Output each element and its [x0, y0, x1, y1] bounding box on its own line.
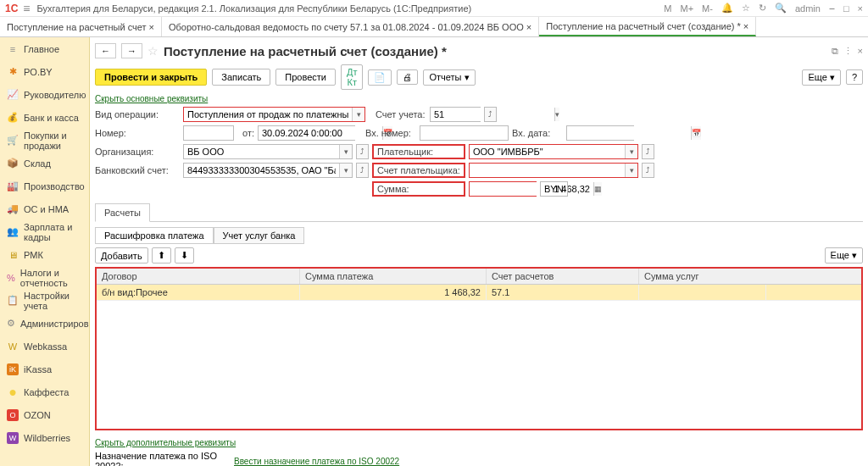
sidebar-item-webkassa[interactable]: WWebkassa	[0, 335, 89, 358]
open-ref-icon[interactable]: ⤴	[642, 144, 654, 159]
menu-icon[interactable]: ≡	[23, 2, 30, 15]
col-contract[interactable]: Договор	[97, 269, 300, 284]
memory-mplus-icon[interactable]: M+	[681, 3, 694, 14]
dropdown-icon[interactable]: ▾	[339, 145, 352, 158]
sidebar-item-production[interactable]: 🏭Производство	[0, 175, 89, 197]
back-button[interactable]: ←	[95, 43, 116, 58]
open-ref-icon[interactable]: ⤴	[484, 107, 497, 122]
currency-label: BYN	[540, 181, 568, 197]
bell-icon[interactable]: 🔔	[721, 3, 733, 14]
tab-turnover-report[interactable]: Оборотно-сальдовая ведомость по счету 57…	[162, 17, 539, 36]
main-toolbar: Провести и закрыть Записать Провести ДтК…	[95, 64, 863, 90]
sidebar-item-poby[interactable]: ✱PO.BY	[0, 60, 89, 83]
post-and-close-button[interactable]: Провести и закрыть	[95, 69, 207, 86]
dropdown-icon[interactable]: ▾	[625, 164, 637, 177]
move-up-button[interactable]: ⬆	[152, 247, 171, 264]
col-sum[interactable]: Сумма платежа	[300, 269, 487, 284]
op-type-field[interactable]: ▾	[183, 107, 365, 122]
sidebar-item-bank[interactable]: 💰Банк и касса	[0, 106, 89, 129]
forward-button[interactable]: →	[121, 43, 142, 58]
document-tabs: Поступление на расчетный счет × Оборотно…	[0, 17, 868, 37]
history-icon[interactable]: ↻	[759, 3, 766, 14]
more-button[interactable]: Еще ▾	[802, 69, 840, 86]
star-icon[interactable]: ☆	[742, 3, 750, 14]
sidebar-item-settings[interactable]: 📋Настройки учета	[0, 289, 89, 312]
memory-m-icon[interactable]: M	[664, 3, 671, 14]
tab-calculations[interactable]: Расчеты	[95, 203, 150, 222]
open-ref-icon[interactable]: ⤴	[356, 163, 369, 178]
payment-grid: Договор Сумма платежа Счет расчетов Сумм…	[95, 267, 863, 430]
window-max-icon[interactable]: □	[843, 3, 849, 14]
add-row-button[interactable]: Добавить	[95, 247, 148, 264]
sidebar-item-tax[interactable]: %Налоги и отчетность	[0, 266, 89, 289]
payer-field[interactable]: ▾	[469, 144, 638, 159]
search-icon[interactable]: 🔍	[775, 3, 787, 14]
number-field[interactable]	[183, 125, 234, 141]
in-number-field[interactable]	[420, 125, 509, 141]
sidebar-item-wildberries[interactable]: WWildberries	[0, 426, 89, 449]
sidebar-item-assets[interactable]: 🚚ОС и НМА	[0, 197, 89, 220]
titlebar: 1C ≡ Бухгалтерия для Беларуси, редакция …	[0, 0, 868, 17]
hide-extra-link[interactable]: Скрыть дополнительные реквизиты	[95, 438, 236, 447]
print-icon-button[interactable]: 🖨	[397, 69, 418, 85]
open-ref-icon[interactable]: ⤴	[356, 144, 369, 159]
dropdown-icon[interactable]: ▾	[625, 145, 637, 158]
sum-field[interactable]: ▦	[469, 181, 537, 197]
close-page-icon[interactable]: ×	[858, 46, 863, 57]
sidebar-item-rmk[interactable]: 🖥РМК	[0, 243, 89, 266]
table-row[interactable]: б/н вид:Прочее 1 468,32 57.1	[97, 285, 861, 301]
date-label: от:	[237, 128, 254, 138]
favorite-icon[interactable]: ☆	[147, 44, 159, 58]
user-label[interactable]: admin	[795, 3, 821, 14]
dt-kt-button[interactable]: ДтКт	[341, 64, 364, 90]
move-down-button[interactable]: ⬇	[175, 247, 194, 264]
bank-acc-field[interactable]: ▾	[183, 163, 353, 178]
dropdown-icon[interactable]: ▾	[554, 108, 559, 121]
dropdown-icon[interactable]: ▾	[352, 108, 364, 121]
col-service-sum[interactable]: Сумма услуг	[639, 269, 766, 284]
payer-acc-label: Счет плательщика:	[372, 163, 465, 178]
account-field[interactable]: ▾	[430, 107, 481, 122]
open-ref-icon[interactable]: ⤴	[642, 163, 654, 178]
app-title: Бухгалтерия для Беларуси, редакция 2.1. …	[37, 3, 665, 14]
iso-link[interactable]: Ввести назначение платежа по ISO 20022	[234, 457, 399, 466]
reports-button[interactable]: Отчеты ▾	[423, 69, 475, 86]
iso-label: Назначение платежа по ISO 20022:	[95, 451, 231, 466]
sidebar-item-hr[interactable]: 👥Зарплата и кадры	[0, 220, 89, 243]
sidebar-item-main[interactable]: ≡Главное	[0, 37, 89, 60]
post-button[interactable]: Провести	[275, 69, 336, 86]
sidebar-item-kaffesta[interactable]: ●Каффеста	[0, 380, 89, 403]
calculator-icon[interactable]: ▦	[593, 182, 602, 196]
sidebar-item-ozon[interactable]: OOZON	[0, 403, 89, 426]
structure-icon-button[interactable]: 📄	[368, 69, 392, 86]
kebab-icon[interactable]: ⋮	[843, 46, 853, 57]
open-window-icon[interactable]: ⧉	[832, 46, 838, 57]
sidebar: ≡Главное ✱PO.BY 📈Руководителю 💰Банк и ка…	[0, 37, 90, 466]
window-min-icon[interactable]: ‒	[829, 3, 835, 14]
window-close-icon[interactable]: ×	[858, 3, 863, 14]
memory-mminus-icon[interactable]: M-	[702, 3, 713, 14]
in-number-label: Вх. номер:	[365, 128, 416, 138]
write-button[interactable]: Записать	[212, 69, 270, 86]
date-field[interactable]: 📅	[258, 125, 355, 141]
hide-main-link[interactable]: Скрыть основные реквизиты	[95, 94, 208, 103]
in-date-field[interactable]: 📅	[566, 125, 634, 141]
sidebar-item-ikassa[interactable]: iKiKassa	[0, 358, 89, 380]
col-settlement[interactable]: Счет расчетов	[487, 269, 639, 284]
page-title: Поступление на расчетный счет (создание)…	[164, 44, 826, 58]
calendar-icon[interactable]: 📅	[691, 126, 701, 140]
tab-receipt-create[interactable]: Поступление на расчетный счет (создание)…	[539, 17, 756, 36]
payer-acc-field[interactable]: ▾	[469, 163, 638, 178]
content-area: ← → ☆ Поступление на расчетный счет (соз…	[90, 37, 868, 466]
help-button[interactable]: ?	[846, 69, 863, 85]
sidebar-item-manager[interactable]: 📈Руководителю	[0, 83, 89, 106]
sidebar-item-sales[interactable]: 🛒Покупки и продажи	[0, 129, 89, 152]
dropdown-icon[interactable]: ▾	[339, 164, 352, 177]
org-field[interactable]: ▾	[183, 144, 353, 159]
grid-more-button[interactable]: Еще ▾	[825, 247, 863, 264]
tab-receipt-list[interactable]: Поступление на расчетный счет ×	[0, 17, 162, 36]
sidebar-item-warehouse[interactable]: 📦Склад	[0, 152, 89, 175]
subtab-bank-services[interactable]: Учет услуг банка	[214, 227, 305, 244]
subtab-payment-detail[interactable]: Расшифровка платежа	[95, 227, 214, 244]
sidebar-item-admin[interactable]: ⚙Администрирование	[0, 312, 89, 335]
